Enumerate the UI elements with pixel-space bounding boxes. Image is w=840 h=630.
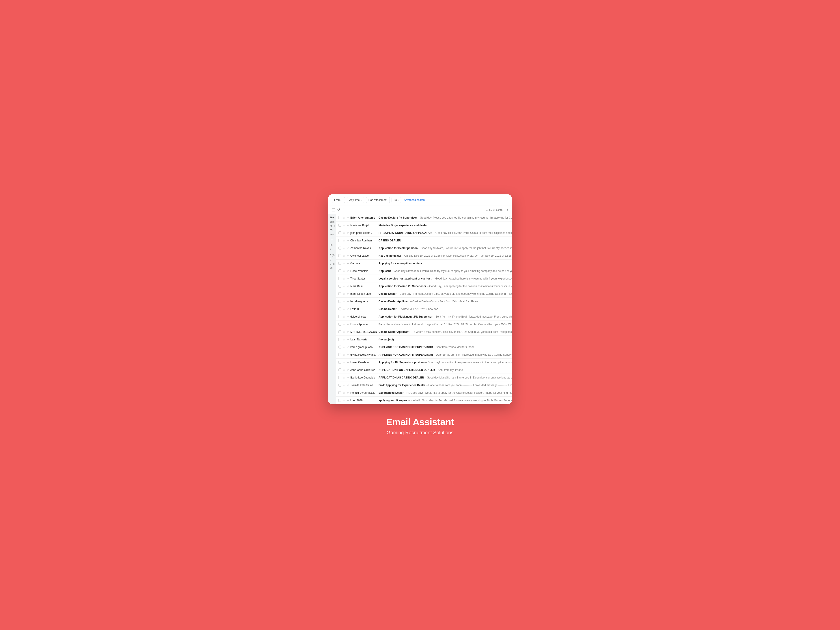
row-reply-18: ↩ [347, 353, 349, 356]
row-checkbox-22[interactable] [338, 384, 341, 387]
any-time-filter-button[interactable]: Any time ▾ [347, 197, 364, 203]
row-star-21[interactable]: ☆ [343, 376, 346, 379]
row-checkbox-24[interactable] [338, 399, 341, 402]
row-subject-preview-11: – Casino Dealer-Cyprus Sent from Yahoo M… [409, 300, 478, 303]
row-star-14[interactable]: ☆ [343, 322, 346, 326]
row-star-20[interactable]: ☆ [343, 368, 346, 371]
row-checkbox-15[interactable] [338, 330, 341, 333]
row-checkbox-9[interactable] [338, 285, 341, 287]
row-checkbox-6[interactable] [338, 262, 341, 265]
row-sender-15: MARICEL DE SAGUN [351, 330, 377, 333]
email-row[interactable]: ☆↩Maria lee BorjalMaria lee Borjal exper… [336, 221, 512, 229]
row-checkbox-18[interactable] [338, 353, 341, 356]
prev-page-button[interactable]: ‹ [504, 208, 505, 212]
row-checkbox-12[interactable] [338, 308, 341, 310]
row-star-24[interactable]: ☆ [343, 399, 346, 402]
row-star-3[interactable]: ☆ [343, 239, 346, 242]
row-checkbox-13[interactable] [338, 315, 341, 318]
email-row[interactable]: ☆↩John Carlo GutierrezAPPLICATION FOR EX… [336, 366, 512, 374]
email-row[interactable]: ☆↩Barrie Lee DeonaldoAPPLICATION AS CASI… [336, 374, 512, 381]
email-window: From ▾ Any time ▾ Has attachment To ▾ Ad… [328, 194, 512, 404]
email-row[interactable]: ☆↩Zamantha RoxasApplication for Dealer p… [336, 244, 512, 252]
email-row[interactable]: ☆↩MARICEL DE SAGUNCasino Dealer Applican… [336, 328, 512, 336]
sidebar-item-4: ions [329, 233, 335, 237]
row-star-4[interactable]: ☆ [343, 246, 346, 250]
email-row[interactable]: ☆↩Christian RombanCASINO DEALER📎 [336, 237, 512, 244]
email-row[interactable]: ☆↩Brien Allen AntonioCasino Dealer / Pit… [336, 214, 512, 221]
email-row[interactable]: ☆↩Lean Narvarte(no subject)📎 [336, 336, 512, 343]
row-checkbox-20[interactable] [338, 368, 341, 371]
email-row[interactable]: ☆↩Qwencel LacsonRe: Casino dealer – On S… [336, 252, 512, 260]
row-checkbox-4[interactable] [338, 246, 341, 249]
row-star-19[interactable]: ☆ [343, 361, 346, 364]
sidebar-plus-button[interactable]: + [329, 237, 335, 243]
row-checkbox-5[interactable] [338, 254, 341, 257]
email-row[interactable]: ☆↩karen grace puazoAPPLYING FOR CASINO P… [336, 343, 512, 351]
next-page-button[interactable]: › [507, 208, 508, 212]
row-reply-7: ↩ [347, 269, 349, 273]
email-row[interactable]: ☆↩Fatih BLCasino Dealer – FATIMA M. LAND… [336, 305, 512, 313]
row-star-22[interactable]: ☆ [343, 384, 346, 387]
row-star-9[interactable]: ☆ [343, 284, 346, 288]
email-row[interactable]: ☆↩hazel esguerraCasino Dealer Applicant … [336, 298, 512, 305]
row-subject-preview-2: – Good day This is John Philip Calata II… [432, 231, 512, 234]
has-attachment-button[interactable]: Has attachment [366, 197, 390, 203]
email-row[interactable]: ☆↩GeromeApplying for casino pit supervis… [336, 260, 512, 267]
more-options-icon[interactable]: ⋮ [341, 208, 345, 212]
email-row[interactable]: ☆↩Hazel PanahonApplying for Pit Supervis… [336, 358, 512, 366]
select-all-checkbox[interactable] [332, 208, 335, 212]
email-row[interactable]: ☆↩dulce pinedaApplication for Pit Manage… [336, 313, 512, 321]
row-checkbox-19[interactable] [338, 361, 341, 364]
row-subject-9: Application for Casino Pit Supervisor – … [379, 285, 512, 288]
advanced-search-link[interactable]: Advanced search [404, 199, 425, 202]
row-checkbox-17[interactable] [338, 346, 341, 349]
row-checkbox-16[interactable] [338, 338, 341, 341]
row-star-10[interactable]: ☆ [343, 292, 346, 295]
row-checkbox-2[interactable] [338, 231, 341, 234]
row-star-13[interactable]: ☆ [343, 315, 346, 318]
refresh-icon[interactable]: ↺ [337, 208, 340, 212]
email-row[interactable]: ☆↩khelz4639applying for pit supervisor –… [336, 396, 512, 404]
row-checkbox-0[interactable] [338, 216, 341, 219]
row-star-6[interactable]: ☆ [343, 262, 346, 265]
email-row[interactable]: ☆↩Ronald Cyrus Victor.Experienced Dealer… [336, 389, 512, 396]
row-subject-preview-18: – Dear Sir/Ma'am; I am interested in app… [433, 353, 512, 356]
row-checkbox-10[interactable] [338, 292, 341, 295]
row-star-1[interactable]: ☆ [343, 224, 346, 227]
row-star-2[interactable]: ☆ [343, 231, 346, 234]
row-checkbox-3[interactable] [338, 239, 341, 242]
row-checkbox-8[interactable] [338, 277, 341, 280]
row-checkbox-21[interactable] [338, 376, 341, 379]
row-checkbox-7[interactable] [338, 269, 341, 272]
row-star-8[interactable]: ☆ [343, 277, 346, 280]
from-label: From [334, 199, 341, 202]
row-checkbox-23[interactable] [338, 391, 341, 394]
row-star-18[interactable]: ☆ [343, 353, 346, 356]
row-star-23[interactable]: ☆ [343, 391, 346, 395]
row-checkbox-1[interactable] [338, 224, 341, 227]
email-row[interactable]: ☆↩divine.cecelia@yaho.APPLYING FOR CASIN… [336, 351, 512, 358]
row-star-0[interactable]: ☆ [343, 216, 346, 219]
email-row[interactable]: ☆↩Liezel VendiolaApplicant – Good day si… [336, 267, 512, 275]
from-filter-button[interactable]: From ▾ [332, 197, 345, 203]
email-row[interactable]: ☆↩john philip calata .PIT SUPERVISOR/TRA… [336, 229, 512, 237]
row-star-11[interactable]: ☆ [343, 300, 346, 303]
email-row[interactable]: ☆↩mark joseph elboCasino Dealer – Good d… [336, 290, 512, 298]
email-row[interactable]: ☆↩Theo SantosLoyalty service host applic… [336, 275, 512, 283]
sidebar-item-10: 0 (2) [329, 262, 335, 266]
row-subject-title-20: APPLICATION FOR EXPERIENCED DEALER [379, 368, 435, 371]
row-star-17[interactable]: ☆ [343, 345, 346, 349]
email-row[interactable]: ☆↩Funny AphaneRe: – I have already sent … [336, 321, 512, 328]
row-checkbox-14[interactable] [338, 323, 341, 326]
row-star-16[interactable]: ☆ [343, 338, 346, 341]
any-time-label: Any time [349, 199, 360, 202]
to-filter-button[interactable]: To ▾ [392, 197, 401, 203]
row-subject-10: Casino Dealer – Good day ! I'm Mark Jose… [379, 292, 512, 295]
row-star-15[interactable]: ☆ [343, 330, 346, 333]
row-star-7[interactable]: ☆ [343, 269, 346, 273]
row-star-5[interactable]: ☆ [343, 254, 346, 257]
email-row[interactable]: ☆↩Twinkle Kate SalasFwd: Applying for Ex… [336, 381, 512, 389]
row-checkbox-11[interactable] [338, 300, 341, 303]
email-row[interactable]: ☆↩Mark DuluApplication for Casino Pit Su… [336, 283, 512, 290]
row-star-12[interactable]: ☆ [343, 307, 346, 311]
